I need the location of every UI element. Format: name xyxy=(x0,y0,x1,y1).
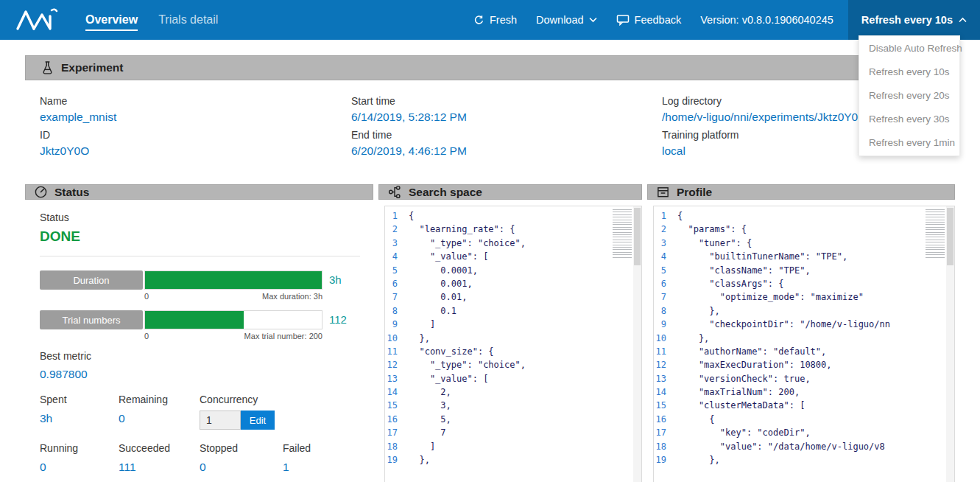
code-line: 9 ] xyxy=(385,318,641,331)
code-line: 13 "_value": [ xyxy=(385,372,641,385)
profile-title: Profile xyxy=(677,186,712,199)
search-space-panel: Search space 1{2 "learning_rate": {3 "_t… xyxy=(378,184,642,473)
status-label: Status xyxy=(40,212,360,223)
code-line: 1{ xyxy=(654,209,954,223)
nni-logo-icon xyxy=(15,7,60,32)
concurrency-label: Concurrency xyxy=(200,394,360,405)
chevron-up-icon xyxy=(959,17,967,23)
navbar-actions: Fresh Download Feedback Version: v0.8.0.… xyxy=(454,0,980,40)
fresh-button[interactable]: Fresh xyxy=(473,14,517,26)
succeeded-label: Succeeded xyxy=(119,442,200,454)
code-line: 18 ] xyxy=(385,440,641,453)
menu-item-refresh-10s[interactable]: Refresh every 10s xyxy=(859,60,959,84)
nni-logo xyxy=(15,7,60,32)
end-time-value: 6/20/2019, 4:46:12 PM xyxy=(351,144,662,158)
code-line: 13 "versionCheck": true, xyxy=(654,372,954,385)
start-time-value: 6/14/2019, 5:28:12 PM xyxy=(351,111,662,124)
code-line: 18 "value": "/data/home/v-liguo/v8 xyxy=(654,440,954,453)
failed-label: Failed xyxy=(283,442,360,454)
feedback-button[interactable]: Feedback xyxy=(616,14,682,26)
code-line: 14 "maxTrialNum": 200, xyxy=(654,385,954,399)
trials-bar-fill xyxy=(145,311,244,329)
stopped-value: 0 xyxy=(200,461,283,474)
experiment-header: Experiment xyxy=(25,55,955,80)
trials-value: 112 xyxy=(329,310,360,329)
scrollbar-thumb[interactable] xyxy=(634,208,641,265)
experiment-name-label: Name xyxy=(40,95,351,107)
feedback-icon xyxy=(616,14,630,26)
edit-concurrency-button[interactable]: Edit xyxy=(241,411,275,430)
editor-scrollbar[interactable] xyxy=(946,206,954,482)
code-line: 19 }, xyxy=(385,453,641,467)
feedback-label: Feedback xyxy=(635,14,682,26)
version-label: Version: v0.8.0.1906040245 xyxy=(700,14,833,26)
trials-min: 0 xyxy=(144,332,149,340)
flow-graph-icon xyxy=(387,185,402,199)
scrollbar-thumb[interactable] xyxy=(947,208,953,265)
code-line: 4 "_value": [ xyxy=(385,250,641,263)
search-space-editor[interactable]: 1{2 "learning_rate": {3 "_type": "choice… xyxy=(384,206,642,482)
succeeded-value: 111 xyxy=(119,461,200,474)
tab-overview[interactable]: Overview xyxy=(85,9,138,31)
gauge-icon xyxy=(34,185,48,199)
menu-item-refresh-1min[interactable]: Refresh every 1min xyxy=(859,131,959,155)
editor-scrollbar[interactable] xyxy=(633,206,641,482)
spent-label: Spent xyxy=(40,394,119,405)
stat-running: Running 0 xyxy=(40,442,119,474)
start-time-label: Start time xyxy=(351,95,662,107)
profile-editor[interactable]: 1{2 "params": {3 "tuner": {4 "builtinTun… xyxy=(653,206,955,482)
search-space-header: Search space xyxy=(378,184,642,200)
editor-minimap xyxy=(613,209,632,258)
code-line: 15 "clusterMetaData": [ xyxy=(654,399,954,412)
duration-bar-track xyxy=(144,270,322,290)
archive-box-icon xyxy=(656,185,670,199)
best-metric-label: Best metric xyxy=(40,350,360,362)
code-line: 19 }, xyxy=(654,453,954,467)
status-header: Status xyxy=(25,184,373,200)
code-line: 3 "_type": "choice", xyxy=(385,237,641,250)
code-line: 8 }, xyxy=(654,304,954,318)
stat-succeeded: Succeeded 111 xyxy=(119,442,200,474)
menu-item-disable-auto-refresh[interactable]: Disable Auto Refresh xyxy=(859,37,959,60)
code-line: 5 "className": "TPE", xyxy=(654,264,954,277)
running-value: 0 xyxy=(40,461,119,474)
stat-failed: Failed 1 xyxy=(283,442,360,474)
concurrency-input[interactable] xyxy=(200,411,241,430)
search-space-code: 1{2 "learning_rate": {3 "_type": "choice… xyxy=(385,206,641,467)
stats-row-2: Running 0 Succeeded 111 Stopped 0 Failed… xyxy=(40,442,360,474)
code-line: 4 "builtinTunerName": "TPE", xyxy=(654,250,954,263)
remaining-label: Remaining xyxy=(119,394,200,405)
status-panel: Status Status DONE Duration 0 Max durati… xyxy=(25,184,373,473)
trial-numbers-progress: Trial numbers 0 Max trial number: 200 11… xyxy=(40,310,360,340)
profile-code: 1{2 "params": {3 "tuner": {4 "builtinTun… xyxy=(654,206,954,467)
refresh-interval-label: Refresh every 10s xyxy=(861,14,953,26)
trials-bar-label: Trial numbers xyxy=(40,310,143,329)
duration-max-label: Max duration: 3h xyxy=(262,292,322,301)
stat-remaining: Remaining 0 xyxy=(119,394,200,430)
code-line: 7 0.01, xyxy=(385,290,641,304)
stat-stopped: Stopped 0 xyxy=(200,442,283,474)
code-line: 10 }, xyxy=(654,332,954,345)
status-body: Status DONE Duration 0 Max duration: 3h xyxy=(25,200,373,474)
code-line: 3 "tuner": { xyxy=(654,237,954,250)
menu-item-refresh-30s[interactable]: Refresh every 30s xyxy=(859,108,959,131)
trials-max-label: Max trial number: 200 xyxy=(244,332,322,340)
code-line: 1{ xyxy=(385,209,641,223)
duration-bar-fill xyxy=(145,271,322,289)
code-line: 14 2, xyxy=(385,385,641,399)
duration-progress: Duration 0 Max duration: 3h 3h xyxy=(40,270,360,301)
status-title: Status xyxy=(54,186,89,199)
flask-icon xyxy=(40,60,54,75)
experiment-id-label: ID xyxy=(40,129,351,141)
code-line: 6 0.001, xyxy=(385,277,641,290)
refresh-icon xyxy=(473,15,484,26)
refresh-interval-trigger[interactable]: Refresh every 10s xyxy=(848,0,980,40)
fresh-label: Fresh xyxy=(490,14,517,26)
download-menu-button[interactable]: Download xyxy=(536,14,597,26)
code-line: 10 }, xyxy=(385,332,641,345)
code-line: 12 "maxExecDuration": 10800, xyxy=(654,358,954,371)
stats-row-1: Spent 3h Remaining 0 Concurrency Edit xyxy=(40,394,360,430)
menu-item-refresh-20s[interactable]: Refresh every 20s xyxy=(859,84,959,108)
download-label: Download xyxy=(536,14,584,26)
tab-trials-detail[interactable]: Trials detail xyxy=(158,9,218,31)
